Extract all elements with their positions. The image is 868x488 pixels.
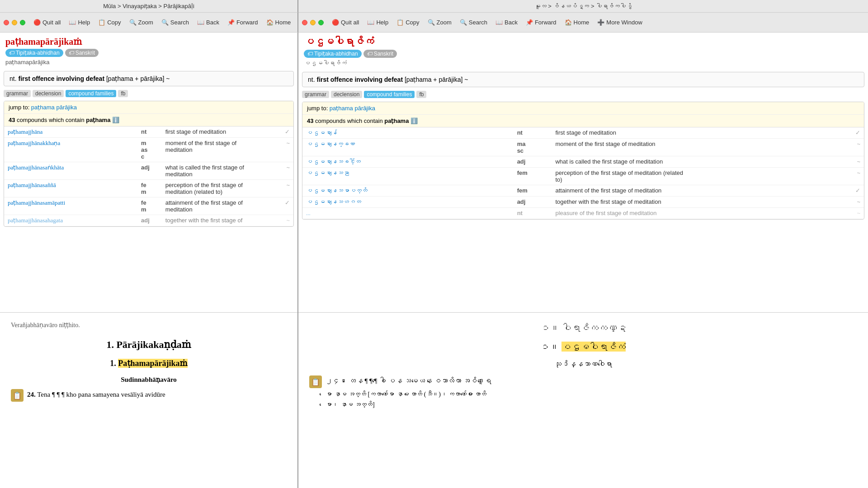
compound-word[interactable]: ပဌမဈာနသညာ bbox=[302, 168, 514, 185]
right-gram-tag-grammar[interactable]: grammar bbox=[302, 91, 329, 98]
compound-word[interactable]: ပဌမဈာနက္ခဏ bbox=[302, 139, 514, 156]
maximize-button-right[interactable] bbox=[318, 20, 324, 25]
right-gram-tag-compound[interactable]: compound families bbox=[364, 91, 415, 98]
right-tag-tipitaka[interactable]: 🏷 Tipiṭaka-abhidhan bbox=[304, 50, 362, 58]
zoom-button-right[interactable]: 🔍 Zoom bbox=[424, 17, 455, 28]
left-compound-table: paṭhamajjhāna nt first stage of meditati… bbox=[4, 127, 293, 226]
note-icon-left: 📋 bbox=[11, 389, 24, 402]
note-icon-right: 📋 bbox=[309, 375, 322, 388]
table-row: paṭhamajjhānasahagata adj together with … bbox=[4, 215, 293, 226]
compound-word[interactable]: ပဌမဈာန် bbox=[302, 127, 514, 139]
sanskrit-icon-left: 🏷 bbox=[69, 50, 74, 56]
table-row: paṭhamajjhāna nt first stage of meditati… bbox=[4, 127, 293, 138]
right-tag-row: 🏷 Tipiṭaka-abhidhan 🏷 Sanskrit bbox=[304, 50, 863, 58]
forward-button-left[interactable]: 📌 Forward bbox=[224, 17, 262, 28]
help-icon-left: 📖 bbox=[69, 19, 76, 26]
forward-icon-left: 📌 bbox=[227, 19, 235, 26]
left-text-row: 📋 24. Tena ¶ ¶ ¶ kho pana samayena vesāl… bbox=[11, 389, 287, 402]
right-dict-subtitle: ပဌမပါရာဇိကံ bbox=[304, 60, 863, 66]
search-button-left[interactable]: 🔍 Search bbox=[158, 17, 193, 28]
search-button-right[interactable]: 🔍 Search bbox=[456, 17, 491, 28]
more-button-right[interactable]: ➕ More Window bbox=[594, 17, 646, 28]
maximize-button-left[interactable] bbox=[20, 20, 25, 25]
compound-word[interactable]: paṭhamajjhānasahagata bbox=[4, 215, 137, 226]
home-icon-right: 🏠 bbox=[565, 19, 572, 26]
back-button-right[interactable]: 📖 Back bbox=[492, 17, 521, 28]
forward-button-right[interactable]: 📌 Forward bbox=[522, 17, 560, 28]
compound-word[interactable]: paṭhamajjhāna bbox=[4, 127, 137, 138]
left-section2: 1. Paṭhamapārājikaṁ bbox=[11, 357, 287, 371]
table-row: paṭhamajjhānasaṅkhāta adj what is called… bbox=[4, 162, 293, 180]
minimize-button-left[interactable] bbox=[12, 20, 17, 25]
compound-word[interactable]: ပဌမဈာနသင်္ခါတ bbox=[302, 156, 514, 168]
right-compounds-panel: jump to: paṭhama pārājika 43 compounds w… bbox=[302, 102, 864, 220]
search-icon-right: 🔍 bbox=[460, 19, 467, 26]
right-section2-myanmar: ၁။ ပဌမပါရာဇိကံ bbox=[309, 339, 857, 354]
info-icon-right: ℹ️ bbox=[410, 117, 418, 124]
compound-word[interactable]: paṭhamajjhānakkhaṇa bbox=[4, 138, 137, 162]
left-compounds-header: 43 compounds which contain paṭhama ℹ️ bbox=[4, 114, 293, 127]
right-tag-sanskrit[interactable]: 🏷 Sanskrit bbox=[363, 50, 397, 58]
left-section1: 1. Pārājikakaṇḍaṁ bbox=[11, 336, 287, 353]
traffic-lights-right bbox=[302, 20, 324, 25]
left-tag-sanskrit[interactable]: 🏷 Sanskrit bbox=[65, 49, 99, 57]
left-dict-title: paṭhamapārājikaṁ bbox=[5, 36, 292, 47]
sanskrit-icon-right: 🏷 bbox=[367, 51, 373, 57]
copy-icon-right: 📋 bbox=[396, 19, 404, 26]
home-icon-left: 🏠 bbox=[266, 19, 274, 26]
home-button-right[interactable]: 🏠 Home bbox=[561, 17, 593, 28]
table-row: ပဌမဈာနသဟဂတ adj together with the first s… bbox=[302, 197, 864, 208]
right-grammar-tags: grammar declension compound families fb bbox=[298, 89, 868, 100]
table-row: ပဌမဈာနသညာ fem perception of the first st… bbox=[302, 168, 864, 185]
forward-icon-right: 📌 bbox=[526, 19, 533, 26]
close-button-left[interactable] bbox=[4, 20, 9, 25]
table-row: ပဌမဈာနသမာပတ္တိ fem attainment of the fir… bbox=[302, 185, 864, 197]
left-grammar-tags: grammar declension compound families fb bbox=[0, 88, 297, 99]
quit-button-left[interactable]: 🔴 Quit all bbox=[30, 17, 64, 28]
right-gram-tag-declension[interactable]: declension bbox=[331, 91, 362, 98]
compound-word[interactable]: paṭhamajjhānasaṅkhāta bbox=[4, 162, 137, 180]
left-tag-tipitaka[interactable]: 🏷 Tipiṭaka-abhidhan bbox=[5, 49, 63, 57]
quit-button-right[interactable]: 🔴 Quit all bbox=[328, 17, 363, 28]
right-dict-title: ပဌမပါရာဇိကံ bbox=[304, 36, 863, 48]
zoom-button-left[interactable]: 🔍 Zoom bbox=[126, 17, 157, 28]
copy-button-right[interactable]: 📋 Copy bbox=[393, 17, 423, 28]
left-gram-tag-declension[interactable]: declension bbox=[33, 90, 64, 97]
compound-word[interactable]: paṭhamajjhānasamāpatti bbox=[4, 197, 137, 215]
compound-word[interactable]: paṭhamajjhānasaññā bbox=[4, 180, 137, 197]
home-button-left[interactable]: 🏠 Home bbox=[263, 17, 295, 28]
left-jump-to: jump to: paṭhama pārājika bbox=[4, 101, 293, 114]
right-compound-table: ပဌမဈာန် nt first stage of meditation ✓ ပ… bbox=[302, 127, 864, 219]
compound-word[interactable]: ပဌမဈာနသဟဂတ bbox=[302, 197, 514, 208]
close-button-right[interactable] bbox=[302, 20, 307, 25]
quit-icon-left: 🔴 bbox=[33, 19, 41, 26]
left-gram-tag-fb[interactable]: fb bbox=[118, 90, 128, 97]
right-text-body: ၁။ ပါရာဇိကကဏ္ဍ ၁။ ပဌမပါရာဇိကံ သုဒိန္နဘာဏ… bbox=[298, 313, 868, 488]
search-icon-left: 🔍 bbox=[161, 19, 169, 26]
copy-button-left[interactable]: 📋 Copy bbox=[94, 17, 124, 28]
back-icon-right: 📖 bbox=[495, 19, 503, 26]
left-gram-tag-grammar[interactable]: grammar bbox=[4, 90, 31, 97]
left-toolbar: 🔴 Quit all 📖 Help 📋 Copy 🔍 Zoom 🔍 Search… bbox=[0, 13, 298, 33]
table-row: ပဌမဈာနက္ခဏ masc moment of the first stag… bbox=[302, 139, 864, 156]
right-gram-tag-fb[interactable]: fb bbox=[416, 91, 426, 98]
copy-icon-left: 📋 bbox=[98, 19, 105, 26]
left-jump-link[interactable]: paṭhama pārājika bbox=[31, 104, 77, 111]
right-dict-definition: nt. first offence involving defeat [paṭh… bbox=[302, 72, 864, 87]
zoom-icon-right: 🔍 bbox=[428, 19, 435, 26]
back-button-left[interactable]: 📖 Back bbox=[193, 17, 223, 28]
tipitaka-icon-right: 🏷 bbox=[307, 51, 313, 57]
compound-word[interactable]: ... bbox=[302, 208, 514, 219]
right-para: ၂၄။ တေန ¶ ¶ ¶ ခေါ ပန သမယေန ဝေသာလိယာ အဝိဒ… bbox=[326, 375, 491, 410]
left-compounds-panel: jump to: paṭhama pārājika 43 compounds w… bbox=[4, 101, 294, 227]
help-button-left[interactable]: 📖 Help bbox=[65, 17, 94, 28]
right-jump-to: jump to: paṭhama pārājika bbox=[302, 102, 864, 115]
left-gram-tag-compound[interactable]: compound families bbox=[66, 90, 116, 97]
table-row: ... nt pleasure of the first stage of me… bbox=[302, 208, 864, 219]
right-title-text: မူလ > ဝိနယပိဋက > ပါရာဇိကပါဠိ bbox=[534, 3, 632, 9]
table-row: paṭhamajjhānakkhaṇa masc moment of the f… bbox=[4, 138, 293, 162]
right-jump-link[interactable]: paṭhama pārājika bbox=[330, 105, 375, 112]
help-button-right[interactable]: 📖 Help bbox=[363, 17, 392, 28]
minimize-button-right[interactable] bbox=[310, 20, 316, 25]
compound-word[interactable]: ပဌမဈာနသမာပတ္တိ bbox=[302, 185, 514, 197]
